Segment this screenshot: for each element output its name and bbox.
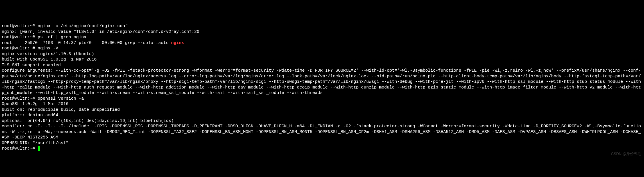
output-line: options: bn(64,64) rc4(16x,int) des(idx,…: [2, 118, 174, 123]
output-line: OPENSSLDIR: "/usr/lib/ssl": [2, 141, 68, 146]
prompt: root@vultr:~#: [2, 46, 35, 51]
command-nginx-c: nginx -c /etc/nginx/conf/nginx.conf: [38, 24, 127, 29]
output-line: configure arguments: --with-cc-opt='-g -…: [2, 68, 641, 95]
output-line: built on: reproducible build, date unspe…: [2, 107, 120, 112]
grep-match: nginx: [171, 41, 184, 45]
prompt: root@vultr:~#: [2, 24, 35, 29]
output-line: root 25970 7103 0 14:37 pts/0 00:00:00 g…: [2, 41, 184, 45]
output-line: TLS SNI support enabled: [2, 63, 61, 68]
output-line: compiler: cc -I. -I.. -I../include -fPIC…: [2, 124, 641, 140]
terminal[interactable]: root@vultr:~# nginx -c /etc/nginx/conf/n…: [0, 11, 644, 158]
output-line: nginx version: nginx/1.10.3 (Ubuntu): [2, 52, 94, 57]
command-ps-grep: ps -ef | grep nginx: [38, 35, 86, 40]
output-line: nginx: [warn] invalid value "TLSv1.3" in…: [2, 29, 199, 34]
command-openssl-version: openssl version -a: [38, 96, 84, 101]
output-line: built with OpenSSL 1.0.2g 1 Mar 2016: [2, 57, 97, 62]
command-nginx-V: nginx -V: [38, 46, 58, 51]
prompt: root@vultr:~#: [2, 146, 35, 151]
output-line: OpenSSL 1.0.2g 1 Mar 2016: [2, 102, 68, 106]
output-line: platform: debian-amd64: [2, 113, 58, 118]
cursor: [38, 146, 40, 151]
watermark: CSDN @身价五毛: [611, 152, 641, 156]
prompt: root@vultr:~#: [2, 96, 35, 101]
prompt: root@vultr:~#: [2, 35, 35, 40]
